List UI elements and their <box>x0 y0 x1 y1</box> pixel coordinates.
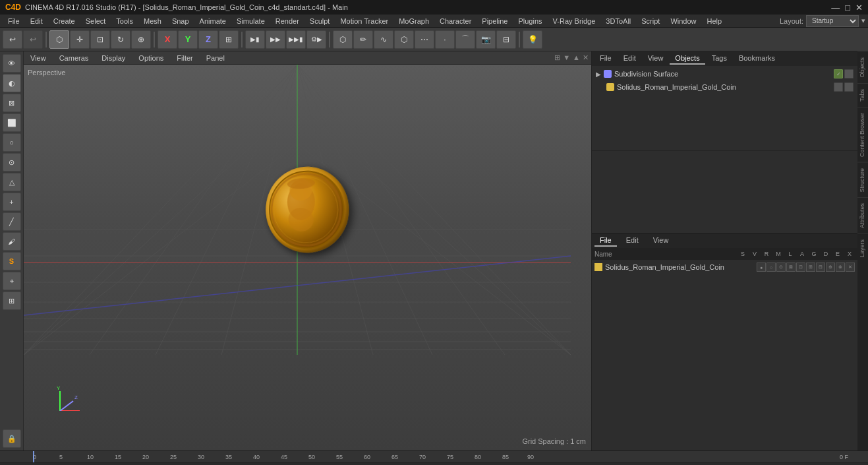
vp-arrow-up-icon[interactable]: ▲ <box>573 53 580 62</box>
attr-icon-v[interactable]: ○ <box>767 263 776 272</box>
menu-tools[interactable]: Tools <box>111 16 138 26</box>
left-cone-btn[interactable]: △ <box>3 173 21 191</box>
left-lock-btn[interactable]: 🔒 <box>3 429 21 448</box>
left-render-btn[interactable]: ⊠ <box>3 94 21 112</box>
viewport[interactable]: X Y Z Perspective Grid Spacing : 1 cm <box>24 65 591 450</box>
menu-window[interactable]: Window <box>665 16 701 26</box>
titlebar-controls[interactable]: — □ ✕ <box>831 3 863 13</box>
all-axis-btn[interactable]: ⊞ <box>219 30 239 49</box>
left-cylinder-btn[interactable]: ⊙ <box>3 153 21 171</box>
menu-pipeline[interactable]: Pipeline <box>477 16 513 26</box>
edge-tab-layers[interactable]: Layers <box>857 233 868 263</box>
vp-cameras-tab[interactable]: Cameras <box>55 53 93 63</box>
spline-btn[interactable]: ∿ <box>374 30 393 49</box>
menu-character[interactable]: Character <box>434 16 477 26</box>
vp-display-tab[interactable]: Display <box>98 53 129 63</box>
vp-close-icon[interactable]: ✕ <box>583 53 589 62</box>
transform-btn[interactable]: ⊕ <box>131 30 151 49</box>
left-line-btn[interactable]: ╱ <box>3 212 21 231</box>
left-snap-btn[interactable]: ⊞ <box>3 292 21 310</box>
move-btn[interactable]: ✛ <box>70 30 90 49</box>
menu-mesh[interactable]: Mesh <box>138 16 167 26</box>
badge-c1[interactable] <box>834 82 843 92</box>
attr-icon-a[interactable]: ⊞ <box>806 263 815 272</box>
attr-icon-e[interactable]: ⊗ <box>836 263 845 272</box>
edge-tab-tabs[interactable]: Tabs <box>857 83 868 107</box>
left-box-btn[interactable]: ⬜ <box>3 113 21 132</box>
menu-vray[interactable]: V-Ray Bridge <box>548 16 601 26</box>
rotate-btn[interactable]: ↻ <box>111 30 130 49</box>
rtab-objects[interactable]: Objects <box>670 53 705 65</box>
attr-icon-d[interactable]: ⊕ <box>826 263 835 272</box>
undo-btn[interactable]: ↩ <box>3 30 22 49</box>
menu-snap[interactable]: Snap <box>167 16 194 26</box>
expand-icon[interactable]: ▶ <box>596 71 601 78</box>
menu-sculpt[interactable]: Sculpt <box>304 16 335 26</box>
paint-btn[interactable]: ✏ <box>353 30 373 49</box>
left-null-btn[interactable]: + <box>3 193 21 211</box>
vp-options-tab[interactable]: Options <box>134 53 167 63</box>
attr-edit-tab[interactable]: Edit <box>621 235 644 247</box>
vp-filter-tab[interactable]: Filter <box>173 53 196 63</box>
redo-btn[interactable]: ↩ <box>23 30 43 49</box>
menu-plugins[interactable]: Plugins <box>513 16 547 26</box>
menu-motion-tracker[interactable]: Motion Tracker <box>335 16 393 26</box>
floor-btn[interactable]: ⊟ <box>496 30 516 49</box>
object-row-subdiv[interactable]: ▶ Subdivision Surface ✓ <box>593 67 856 80</box>
attr-view-tab[interactable]: View <box>648 235 674 247</box>
menu-simulate[interactable]: Simulate <box>231 16 270 26</box>
menu-script[interactable]: Script <box>636 16 665 26</box>
minimize-btn[interactable]: — <box>831 3 840 13</box>
z-axis-btn[interactable]: Z <box>198 30 218 49</box>
layout-dropdown[interactable]: Startup <box>806 15 859 27</box>
attr-icon-l[interactable]: ⊡ <box>796 263 805 272</box>
menu-animate[interactable]: Animate <box>194 16 231 26</box>
left-display-btn[interactable]: ◐ <box>3 74 21 92</box>
edge-btn[interactable]: ⋯ <box>415 30 434 49</box>
render-region-btn[interactable]: ▶▮ <box>245 30 265 49</box>
perspective-btn[interactable]: ⬡ <box>333 30 353 49</box>
x-axis-btn[interactable]: X <box>158 30 177 49</box>
rtab-file[interactable]: File <box>594 53 617 65</box>
scale-btn[interactable]: ⊡ <box>90 30 110 49</box>
menu-help[interactable]: Help <box>702 16 728 26</box>
polygon-btn[interactable]: ⬡ <box>394 30 414 49</box>
left-sphere-btn[interactable]: ○ <box>3 133 21 152</box>
attr-file-tab[interactable]: File <box>594 235 617 247</box>
edge-tab-objects[interactable]: Objects <box>857 51 868 83</box>
menu-render[interactable]: Render <box>270 16 304 26</box>
vp-expand-icon[interactable]: ⊞ <box>554 53 560 62</box>
attr-icon-m[interactable]: ⊠ <box>786 263 796 272</box>
edge-tab-attributes[interactable]: Attributes <box>857 197 868 233</box>
camera-btn[interactable]: 📷 <box>476 30 496 49</box>
menu-edit[interactable]: Edit <box>25 16 48 26</box>
attr-coin-row[interactable]: Solidus_Roman_Imperial_Gold_Coin ● ○ ⊙ ⊠… <box>592 261 857 273</box>
left-sculpt-btn[interactable]: ⌖ <box>3 272 21 290</box>
menu-file[interactable]: File <box>3 16 25 26</box>
picture-viewer-btn[interactable]: ▶▶▮ <box>286 30 306 49</box>
attr-icon-s[interactable]: ● <box>757 263 766 272</box>
vp-view-tab[interactable]: View <box>26 53 50 63</box>
left-paint-btn[interactable]: 🖌 <box>3 232 21 251</box>
attr-icon-r[interactable]: ⊙ <box>776 263 786 272</box>
vp-arrow-down-icon[interactable]: ▼ <box>563 53 570 62</box>
maximize-btn[interactable]: □ <box>845 3 850 13</box>
model-mode-btn[interactable]: ⬡ <box>49 30 69 49</box>
badge-c2[interactable] <box>844 82 854 92</box>
close-btn[interactable]: ✕ <box>855 3 863 13</box>
bend-btn[interactable]: ⌒ <box>455 30 475 49</box>
layout-arrow[interactable]: ▾ <box>861 16 865 25</box>
object-row-coin[interactable]: Solidus_Roman_Imperial_Gold_Coin <box>593 80 856 94</box>
rtab-tags[interactable]: Tags <box>707 53 732 65</box>
left-s-btn[interactable]: S <box>3 252 21 270</box>
rtab-edit[interactable]: Edit <box>618 53 641 65</box>
render-settings-btn[interactable]: ⚙▶ <box>306 30 326 49</box>
vp-panel-tab[interactable]: Panel <box>202 53 229 63</box>
badge-v2[interactable] <box>844 69 854 78</box>
badge-visible[interactable]: ✓ <box>834 69 843 78</box>
light-btn[interactable]: 💡 <box>523 30 542 49</box>
point-btn[interactable]: · <box>435 30 455 49</box>
attr-icon-g[interactable]: ⊟ <box>816 263 825 272</box>
rtab-bookmarks[interactable]: Bookmarks <box>734 53 780 65</box>
menu-mograph[interactable]: MoGraph <box>393 16 434 26</box>
